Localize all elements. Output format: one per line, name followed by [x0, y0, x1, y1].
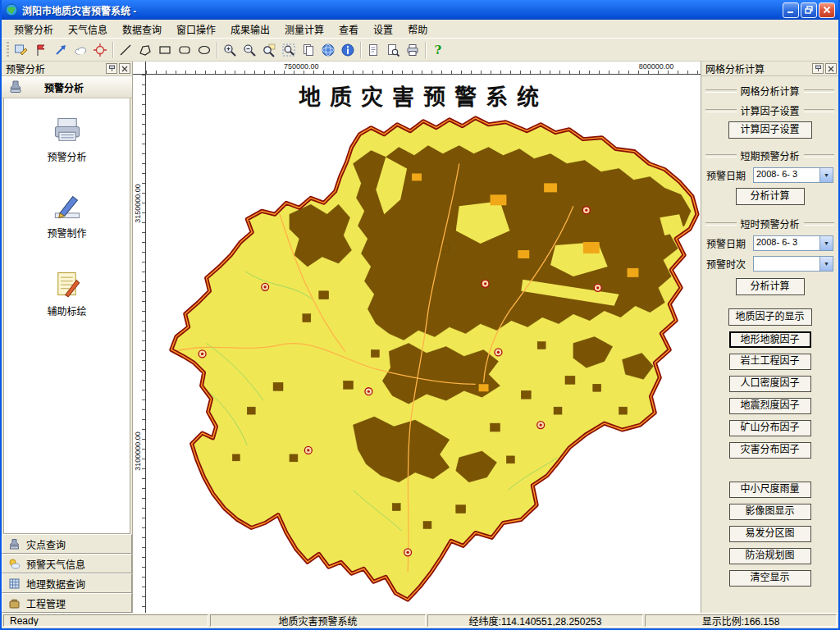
menu-item-warning-analysis[interactable]: 预警分析	[7, 21, 61, 38]
annotate-flag-icon[interactable]	[31, 40, 51, 60]
draw-ellipse-icon[interactable]	[194, 40, 214, 60]
close-button[interactable]	[819, 2, 835, 18]
help-icon[interactable]: ?	[428, 40, 448, 60]
group-bar-geo-data-query[interactable]: 地理数据查询	[2, 573, 132, 593]
status-display-scale: 显示比例:166.158	[645, 614, 837, 627]
factor-button-seismic[interactable]: 地震烈度因子	[729, 398, 811, 414]
snap-arrow-icon[interactable]	[51, 40, 71, 60]
map-edit-icon[interactable]	[11, 40, 31, 60]
pin-icon[interactable]	[812, 63, 824, 74]
left-item-label: 预警分析	[47, 149, 86, 163]
left-item-warning-making[interactable]: 预警制作	[26, 193, 108, 240]
minimize-button[interactable]	[783, 2, 799, 18]
zoom-out-icon[interactable]	[240, 40, 259, 60]
center-map-icon[interactable]	[90, 40, 110, 60]
left-item-warning-analysis[interactable]: 预警分析	[26, 116, 108, 163]
seal-icon	[8, 538, 21, 550]
factor-setting-button[interactable]: 计算因子设置	[728, 121, 812, 139]
cloud-icon[interactable]	[71, 40, 90, 60]
factor-button-disaster[interactable]: 灾害分布因子	[729, 442, 811, 459]
draw-line-icon[interactable]	[116, 40, 135, 60]
toolbar-grip[interactable]	[7, 42, 9, 58]
factor-button-terrain[interactable]: 地形地貌因子	[729, 331, 811, 348]
group-bar-label: 灾点查询	[26, 537, 66, 551]
close-icon	[823, 6, 831, 14]
draw-polygon-icon[interactable]	[135, 40, 155, 60]
ruler-top: 750000.00 800000.00	[146, 62, 701, 75]
map-area: 750000.00 800000.00 3150000.00 3100000.0…	[133, 62, 701, 613]
menu-item-result-output[interactable]: 成果输出	[223, 21, 277, 38]
view-previous-icon[interactable]	[299, 40, 318, 60]
short-time-period-value	[754, 257, 819, 271]
group-bar-disaster-query[interactable]: 灾点查询	[2, 534, 132, 554]
full-extent-globe-icon[interactable]	[318, 40, 338, 60]
grid-analysis-panel: 网格分析计算 计算因子设置 计算因子设置 短期预警分析 预警日期 2008- 6…	[701, 76, 838, 613]
short-time-date-row: 预警日期 2008- 6- 3 ▼	[706, 235, 833, 251]
close-panel-icon[interactable]	[119, 63, 130, 74]
section-grid-analysis: 网格分析计算	[705, 84, 834, 98]
app-window: 浏阳市地质灾害预警系统 - 预警分析 天气信息 数据查询 窗口操作 成果输出 测…	[0, 0, 840, 630]
button-susceptibility-map[interactable]: 易发分区图	[729, 526, 811, 542]
zoom-window-icon[interactable]	[259, 40, 279, 60]
zoom-full-icon[interactable]	[279, 40, 299, 60]
status-ready: Ready	[3, 614, 208, 627]
factor-button-population[interactable]: 人口密度因子	[729, 376, 811, 392]
chevron-down-icon[interactable]: ▼	[819, 257, 833, 271]
pin-icon[interactable]	[106, 63, 117, 74]
left-item-aux-plotting[interactable]: 辅助标绘	[26, 269, 108, 317]
draw-roundrect-icon[interactable]	[175, 40, 194, 60]
left-panel-list: 预警分析 预警制作 辅助标绘	[3, 98, 130, 534]
short-term-analyze-button[interactable]: 分析计算	[736, 188, 805, 205]
short-time-analyze-button[interactable]: 分析计算	[736, 278, 805, 295]
left-item-label: 辅助标绘	[47, 304, 86, 317]
hazard-map[interactable]	[146, 75, 701, 613]
factor-display-header-button[interactable]: 地质因子的显示	[728, 308, 812, 326]
short-time-date-combobox[interactable]: 2008- 6- 3 ▼	[753, 235, 833, 251]
left-category-header[interactable]: 预警分析	[2, 76, 132, 98]
close-panel-icon[interactable]	[825, 63, 837, 74]
menu-item-measure-calc[interactable]: 测量计算	[277, 21, 331, 38]
print-preview-icon[interactable]	[383, 40, 403, 60]
factor-button-geotech[interactable]: 岩土工程因子	[729, 354, 811, 370]
menu-item-settings[interactable]: 设置	[366, 21, 400, 38]
button-image-display[interactable]: 影像图显示	[729, 504, 811, 520]
ruler-left: 3150000.00 3100000.00	[133, 75, 146, 613]
group-bar-warning-weather[interactable]: 预警天气信息	[2, 554, 132, 573]
button-clear-display[interactable]: 清空显示	[729, 570, 811, 587]
section-factor-setting: 计算因子设置	[705, 103, 834, 117]
chevron-down-icon[interactable]: ▼	[819, 168, 833, 182]
main-area: 预警分析 预警分析	[2, 62, 838, 613]
menu-item-help[interactable]: 帮助	[400, 21, 435, 38]
identify-info-icon[interactable]	[338, 40, 358, 60]
restore-button[interactable]	[801, 2, 817, 18]
report-icon[interactable]	[363, 40, 383, 60]
right-panel-title: 网格分析计算	[705, 62, 812, 75]
short-term-date-combobox[interactable]: 2008- 6- 3 ▼	[753, 167, 833, 183]
title-bar: 浏阳市地质灾害预警系统 -	[2, 0, 838, 20]
left-panel-title: 预警分析	[6, 62, 106, 75]
chevron-down-icon[interactable]: ▼	[819, 236, 833, 250]
toolbar-separator	[360, 42, 361, 58]
section-short-time: 短时预警分析	[705, 217, 834, 231]
toolbar-separator	[217, 42, 217, 58]
map-title: 地质灾害预警系统	[299, 80, 548, 112]
short-time-period-combobox[interactable]: ▼	[753, 256, 833, 272]
factor-button-mines[interactable]: 矿山分布因子	[729, 420, 811, 436]
menu-item-window-ops[interactable]: 窗口操作	[169, 21, 223, 38]
notepad-icon	[52, 269, 82, 299]
menu-item-view[interactable]: 查看	[331, 21, 366, 38]
draw-rect-icon[interactable]	[155, 40, 175, 60]
menu-item-data-query[interactable]: 数据查询	[115, 21, 169, 38]
map-canvas[interactable]: 地质灾害预警系统	[146, 75, 701, 613]
menu-item-weather-info[interactable]: 天气信息	[61, 21, 115, 38]
status-bar: Ready 地质灾害预警系统 经纬度:114.140551,28.250253 …	[2, 613, 838, 628]
left-bottom-groups: 灾点查询 预警天气信息 地理数据查询	[2, 534, 132, 613]
left-item-label: 预警制作	[47, 226, 86, 240]
button-meso-rainfall[interactable]: 中小尺度雨量	[729, 482, 811, 498]
print-icon[interactable]	[403, 40, 422, 60]
zoom-in-icon[interactable]	[220, 40, 240, 60]
group-bar-project-manage[interactable]: 工程管理	[2, 593, 132, 613]
left-panel-header: 预警分析	[2, 62, 132, 76]
button-prevention-plan-map[interactable]: 防治规划图	[729, 548, 811, 564]
database-icon	[8, 578, 21, 590]
